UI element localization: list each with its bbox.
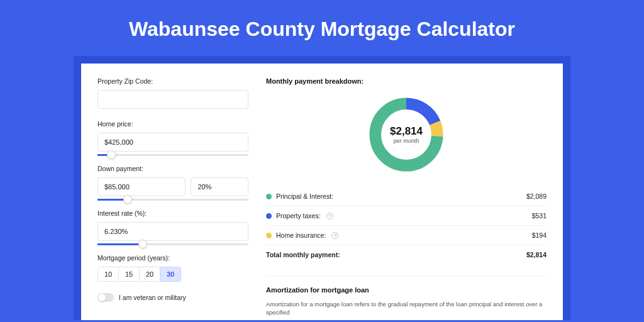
zip-label: Property Zip Code:: [97, 77, 248, 85]
legend-dot: [266, 194, 272, 199]
donut-sub: per month: [394, 138, 419, 144]
amortization-section: Amortization for mortgage loan Amortizat…: [266, 275, 547, 317]
down-payment-slider[interactable]: [97, 199, 248, 201]
period-button-10[interactable]: 10: [97, 267, 119, 282]
veteran-toggle-row: I am veteran or military: [97, 293, 248, 302]
donut-chart: $2,814 per month: [365, 94, 447, 175]
period-button-group: 10152030: [97, 267, 248, 282]
legend-dot: [266, 213, 272, 219]
period-button-15[interactable]: 15: [118, 267, 140, 282]
interest-label: Interest rate (%):: [97, 209, 248, 217]
home-price-slider[interactable]: [97, 154, 248, 156]
veteran-label: I am veteran or military: [119, 294, 186, 301]
legend-total-row: Total monthly payment: $2,814: [266, 245, 547, 264]
calculator-panel: Property Zip Code: Home price: Down paym…: [81, 64, 563, 320]
veteran-toggle-knob: [98, 294, 106, 301]
panel-outer: Property Zip Code: Home price: Down paym…: [74, 56, 570, 320]
legend-dot: [266, 233, 272, 238]
down-payment-pct-input[interactable]: [197, 183, 242, 191]
legend-label: Property taxes:: [276, 212, 321, 219]
legend-row: Property taxes:?$531: [266, 206, 547, 226]
legend-total-label: Total monthly payment:: [266, 251, 340, 258]
amortization-title: Amortization for mortgage loan: [266, 286, 547, 294]
zip-input[interactable]: [104, 96, 242, 103]
interest-slider[interactable]: [97, 243, 248, 245]
breakdown-title: Monthly payment breakdown:: [266, 77, 547, 85]
home-price-input-wrap[interactable]: [97, 133, 248, 152]
veteran-toggle[interactable]: [97, 293, 114, 302]
legend-label: Principal & Interest:: [276, 192, 333, 200]
help-icon[interactable]: ?: [331, 232, 338, 239]
down-payment-label: Down payment:: [97, 165, 248, 172]
form-column: Property Zip Code: Home price: Down paym…: [97, 77, 248, 306]
period-button-30[interactable]: 30: [160, 267, 181, 282]
legend: Principal & Interest:$2,089Property taxe…: [266, 187, 547, 245]
interest-slider-fill: [97, 243, 143, 245]
interest-slider-thumb[interactable]: [138, 240, 147, 248]
down-payment-input[interactable]: [104, 183, 179, 191]
down-payment-slider-thumb[interactable]: [123, 195, 132, 204]
home-price-label: Home price:: [97, 120, 248, 128]
page-title: Wabaunsee County Mortgage Calculator: [0, 0, 644, 56]
legend-value: $531: [532, 212, 547, 219]
donut-center: $2,814 per month: [365, 94, 447, 175]
home-price-slider-thumb[interactable]: [107, 150, 116, 159]
legend-value: $194: [532, 231, 547, 239]
interest-input[interactable]: [104, 228, 242, 235]
help-icon[interactable]: ?: [326, 213, 333, 219]
legend-label: Home insurance:: [276, 231, 326, 239]
donut-amount: $2,814: [390, 125, 423, 138]
donut-chart-wrap: $2,814 per month: [266, 94, 547, 175]
down-payment-pct-wrap[interactable]: [191, 177, 248, 196]
interest-input-wrap[interactable]: [97, 222, 248, 241]
legend-total-value: $2,814: [526, 251, 547, 258]
home-price-input[interactable]: [104, 138, 242, 146]
amortization-text: Amortization for a mortgage loan refers …: [266, 300, 547, 317]
zip-input-wrap[interactable]: [97, 90, 248, 109]
legend-value: $2,089: [526, 192, 547, 200]
breakdown-column: Monthly payment breakdown: $2,814 per mo…: [266, 77, 547, 306]
period-button-20[interactable]: 20: [139, 267, 160, 282]
legend-row: Home insurance:?$194: [266, 226, 547, 245]
legend-row: Principal & Interest:$2,089: [266, 187, 547, 206]
down-payment-input-wrap[interactable]: [97, 177, 186, 196]
period-label: Mortgage period (years):: [97, 254, 248, 262]
